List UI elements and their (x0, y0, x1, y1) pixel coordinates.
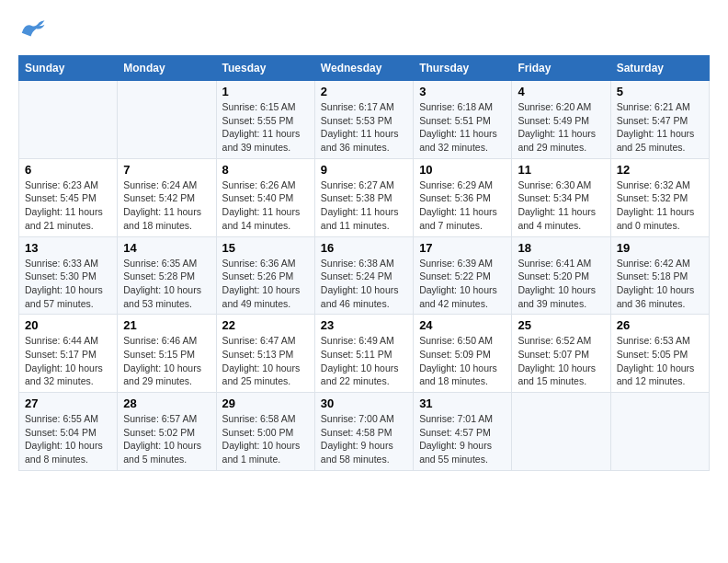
calendar-cell: 28Sunrise: 6:57 AM Sunset: 5:02 PM Dayli… (118, 393, 216, 471)
calendar-cell: 10Sunrise: 6:29 AM Sunset: 5:36 PM Dayli… (414, 158, 512, 236)
calendar-cell: 30Sunrise: 7:00 AM Sunset: 4:58 PM Dayli… (314, 393, 413, 471)
calendar-cell: 13Sunrise: 6:33 AM Sunset: 5:30 PM Dayli… (19, 236, 118, 315)
col-header-saturday: Saturday (610, 56, 709, 81)
calendar-cell: 16Sunrise: 6:38 AM Sunset: 5:24 PM Dayli… (314, 236, 413, 315)
day-info: Sunrise: 7:00 AM Sunset: 4:58 PM Dayligh… (321, 412, 407, 466)
day-number: 18 (518, 241, 604, 255)
calendar-cell: 5Sunrise: 6:21 AM Sunset: 5:47 PM Daylig… (610, 81, 709, 159)
day-number: 30 (321, 396, 407, 410)
day-info: Sunrise: 6:18 AM Sunset: 5:51 PM Dayligh… (419, 100, 506, 155)
day-number: 9 (321, 163, 407, 177)
day-number: 29 (222, 396, 309, 410)
day-info: Sunrise: 6:58 AM Sunset: 5:00 PM Dayligh… (222, 412, 309, 466)
day-info: Sunrise: 6:52 AM Sunset: 5:07 PM Dayligh… (518, 334, 604, 388)
day-number: 19 (617, 241, 703, 255)
day-info: Sunrise: 6:47 AM Sunset: 5:13 PM Dayligh… (222, 334, 309, 388)
calendar-cell: 27Sunrise: 6:55 AM Sunset: 5:04 PM Dayli… (19, 393, 118, 471)
col-header-wednesday: Wednesday (314, 56, 413, 81)
calendar-cell: 14Sunrise: 6:35 AM Sunset: 5:28 PM Dayli… (118, 236, 216, 315)
day-info: Sunrise: 6:32 AM Sunset: 5:32 PM Dayligh… (617, 178, 703, 233)
day-info: Sunrise: 6:57 AM Sunset: 5:02 PM Dayligh… (123, 412, 210, 466)
day-info: Sunrise: 6:21 AM Sunset: 5:47 PM Dayligh… (617, 100, 703, 155)
day-info: Sunrise: 6:26 AM Sunset: 5:40 PM Dayligh… (222, 178, 309, 233)
day-number: 11 (518, 163, 604, 177)
calendar-cell: 24Sunrise: 6:50 AM Sunset: 5:09 PM Dayli… (414, 315, 512, 393)
day-number: 8 (222, 163, 309, 177)
calendar-cell: 9Sunrise: 6:27 AM Sunset: 5:38 PM Daylig… (314, 158, 413, 236)
page-header (18, 18, 710, 40)
calendar-cell: 26Sunrise: 6:53 AM Sunset: 5:05 PM Dayli… (610, 315, 709, 393)
calendar-cell: 23Sunrise: 6:49 AM Sunset: 5:11 PM Dayli… (314, 315, 413, 393)
day-number: 16 (321, 241, 407, 255)
calendar-cell: 1Sunrise: 6:15 AM Sunset: 5:55 PM Daylig… (216, 81, 314, 159)
calendar-cell: 11Sunrise: 6:30 AM Sunset: 5:34 PM Dayli… (512, 158, 610, 236)
day-number: 12 (617, 163, 703, 177)
day-number: 4 (518, 85, 604, 98)
day-info: Sunrise: 6:24 AM Sunset: 5:42 PM Dayligh… (123, 178, 210, 233)
day-number: 7 (123, 163, 210, 177)
calendar-header-row: SundayMondayTuesdayWednesdayThursdayFrid… (19, 56, 710, 81)
day-info: Sunrise: 6:15 AM Sunset: 5:55 PM Dayligh… (222, 100, 309, 155)
day-number: 13 (25, 241, 111, 255)
day-info: Sunrise: 6:17 AM Sunset: 5:53 PM Dayligh… (321, 100, 407, 155)
day-info: Sunrise: 6:55 AM Sunset: 5:04 PM Dayligh… (25, 412, 111, 466)
day-info: Sunrise: 6:30 AM Sunset: 5:34 PM Dayligh… (518, 178, 604, 233)
day-number: 28 (123, 396, 210, 410)
day-info: Sunrise: 6:41 AM Sunset: 5:20 PM Dayligh… (518, 257, 604, 311)
calendar-cell: 7Sunrise: 6:24 AM Sunset: 5:42 PM Daylig… (118, 158, 216, 236)
day-info: Sunrise: 6:20 AM Sunset: 5:49 PM Dayligh… (518, 100, 604, 155)
day-info: Sunrise: 6:33 AM Sunset: 5:30 PM Dayligh… (25, 257, 111, 311)
day-number: 27 (25, 396, 111, 410)
day-number: 17 (419, 241, 506, 255)
calendar-week-row: 6Sunrise: 6:23 AM Sunset: 5:45 PM Daylig… (19, 158, 710, 236)
calendar-week-row: 27Sunrise: 6:55 AM Sunset: 5:04 PM Dayli… (19, 393, 710, 471)
col-header-monday: Monday (118, 56, 216, 81)
calendar-cell: 2Sunrise: 6:17 AM Sunset: 5:53 PM Daylig… (314, 81, 413, 159)
calendar-cell: 31Sunrise: 7:01 AM Sunset: 4:57 PM Dayli… (414, 393, 512, 471)
calendar-table: SundayMondayTuesdayWednesdayThursdayFrid… (18, 55, 710, 471)
calendar-week-row: 1Sunrise: 6:15 AM Sunset: 5:55 PM Daylig… (19, 81, 710, 159)
day-info: Sunrise: 6:44 AM Sunset: 5:17 PM Dayligh… (25, 334, 111, 388)
calendar-cell: 25Sunrise: 6:52 AM Sunset: 5:07 PM Dayli… (512, 315, 610, 393)
day-info: Sunrise: 6:50 AM Sunset: 5:09 PM Dayligh… (419, 334, 506, 388)
day-number: 14 (123, 241, 210, 255)
logo-icon (18, 18, 46, 40)
day-number: 23 (321, 318, 407, 332)
calendar-cell (19, 81, 118, 159)
day-number: 26 (617, 318, 703, 332)
calendar-cell: 12Sunrise: 6:32 AM Sunset: 5:32 PM Dayli… (610, 158, 709, 236)
day-info: Sunrise: 6:42 AM Sunset: 5:18 PM Dayligh… (617, 257, 703, 311)
calendar-cell (512, 393, 610, 471)
day-number: 24 (419, 318, 506, 332)
calendar-cell (610, 393, 709, 471)
day-number: 5 (617, 85, 703, 98)
calendar-cell: 8Sunrise: 6:26 AM Sunset: 5:40 PM Daylig… (216, 158, 314, 236)
day-info: Sunrise: 6:38 AM Sunset: 5:24 PM Dayligh… (321, 257, 407, 311)
day-info: Sunrise: 6:46 AM Sunset: 5:15 PM Dayligh… (123, 334, 210, 388)
day-info: Sunrise: 6:35 AM Sunset: 5:28 PM Dayligh… (123, 257, 210, 311)
day-number: 15 (222, 241, 309, 255)
col-header-thursday: Thursday (414, 56, 512, 81)
calendar-cell: 3Sunrise: 6:18 AM Sunset: 5:51 PM Daylig… (414, 81, 512, 159)
day-info: Sunrise: 6:36 AM Sunset: 5:26 PM Dayligh… (222, 257, 309, 311)
day-info: Sunrise: 6:27 AM Sunset: 5:38 PM Dayligh… (321, 178, 407, 233)
col-header-sunday: Sunday (19, 56, 118, 81)
day-number: 25 (518, 318, 604, 332)
calendar-cell: 29Sunrise: 6:58 AM Sunset: 5:00 PM Dayli… (216, 393, 314, 471)
day-number: 22 (222, 318, 309, 332)
calendar-cell: 21Sunrise: 6:46 AM Sunset: 5:15 PM Dayli… (118, 315, 216, 393)
calendar-cell: 4Sunrise: 6:20 AM Sunset: 5:49 PM Daylig… (512, 81, 610, 159)
day-info: Sunrise: 7:01 AM Sunset: 4:57 PM Dayligh… (419, 412, 506, 466)
day-info: Sunrise: 6:53 AM Sunset: 5:05 PM Dayligh… (617, 334, 703, 388)
calendar-week-row: 20Sunrise: 6:44 AM Sunset: 5:17 PM Dayli… (19, 315, 710, 393)
calendar-cell: 19Sunrise: 6:42 AM Sunset: 5:18 PM Dayli… (610, 236, 709, 315)
col-header-friday: Friday (512, 56, 610, 81)
col-header-tuesday: Tuesday (216, 56, 314, 81)
day-number: 6 (25, 163, 111, 177)
calendar-cell: 18Sunrise: 6:41 AM Sunset: 5:20 PM Dayli… (512, 236, 610, 315)
day-info: Sunrise: 6:49 AM Sunset: 5:11 PM Dayligh… (321, 334, 407, 388)
calendar-week-row: 13Sunrise: 6:33 AM Sunset: 5:30 PM Dayli… (19, 236, 710, 315)
day-info: Sunrise: 6:23 AM Sunset: 5:45 PM Dayligh… (25, 178, 111, 233)
day-number: 3 (419, 85, 506, 98)
day-number: 2 (321, 85, 407, 98)
